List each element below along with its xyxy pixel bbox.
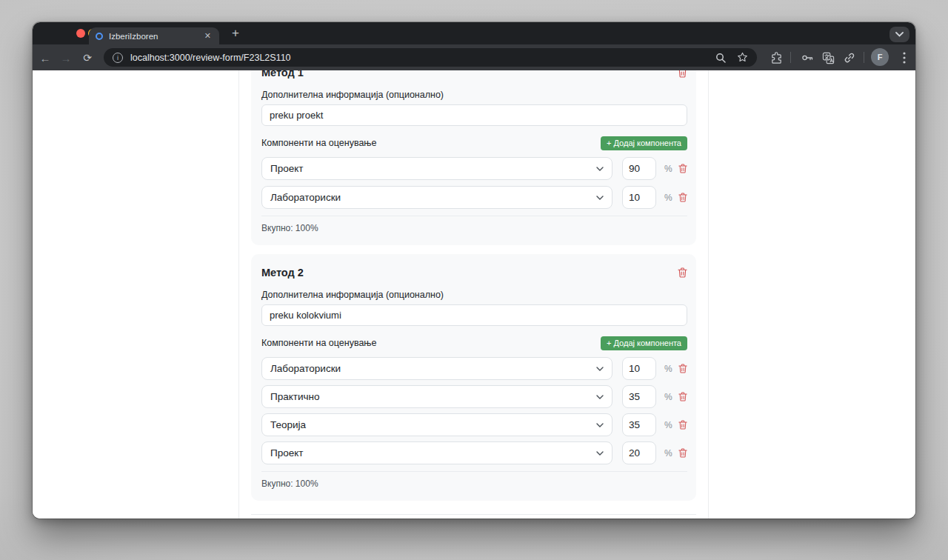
trash-icon	[678, 267, 687, 278]
add-component-button[interactable]: + Додај компонента	[601, 336, 687, 350]
info-input[interactable]	[261, 304, 687, 326]
percent-sign: %	[664, 193, 674, 203]
percent-input[interactable]	[622, 441, 656, 464]
component-row: Проект %	[261, 441, 687, 464]
add-component-button[interactable]: + Додај компонента	[601, 136, 687, 150]
method-title: Метод 2	[261, 267, 304, 279]
close-window-button[interactable]	[76, 29, 85, 38]
toolbar-separator	[790, 52, 791, 63]
component-row: Практично %	[261, 385, 687, 408]
tab-search-chevron-button[interactable]	[889, 27, 909, 42]
profile-avatar[interactable]: F	[871, 48, 889, 66]
component-row: Лабораториски %	[261, 357, 687, 380]
component-row: Лабораториски %	[261, 186, 687, 209]
percent-input[interactable]	[622, 186, 656, 209]
component-row: Теорија %	[261, 413, 687, 436]
tab-favicon-icon	[96, 33, 103, 40]
extensions-icon[interactable]	[768, 50, 784, 66]
percent-input[interactable]	[622, 357, 656, 380]
component-select[interactable]: Теорија	[261, 413, 612, 436]
method-title: Метод 1	[261, 70, 304, 79]
form-container: Метод 1 Дополнителна информација (опцион…	[238, 70, 709, 519]
delete-component-button[interactable]	[678, 193, 687, 202]
total-percent-text: Вкупно: 100%	[261, 223, 687, 233]
percent-sign: %	[664, 420, 674, 430]
translate-icon[interactable]	[820, 50, 836, 66]
info-label: Дополнителна информација (опционално)	[261, 290, 687, 300]
site-info-icon[interactable]: i	[113, 53, 123, 63]
link-icon[interactable]	[841, 50, 858, 66]
components-label: Компоненти на оценување	[261, 138, 376, 148]
chevron-down-icon	[596, 395, 604, 399]
chevron-down-icon	[596, 167, 604, 171]
toolbar-separator	[864, 52, 864, 63]
chevron-down-icon	[596, 451, 604, 456]
component-select-value: Практично	[270, 391, 320, 402]
trash-icon	[678, 420, 687, 430]
percent-sign: %	[664, 448, 674, 459]
component-select[interactable]: Проект	[261, 441, 612, 464]
delete-method-button[interactable]	[678, 70, 687, 78]
bookmark-star-icon[interactable]	[737, 52, 748, 63]
delete-component-button[interactable]	[678, 392, 687, 401]
percent-input[interactable]	[622, 157, 656, 180]
percent-sign: %	[664, 392, 674, 402]
components-label: Компоненти на оценување	[261, 338, 376, 348]
chevron-down-icon	[596, 196, 604, 200]
trash-icon	[678, 193, 687, 202]
reload-button[interactable]: ⟳	[79, 50, 96, 66]
trash-icon	[678, 448, 687, 458]
delete-component-button[interactable]	[678, 364, 687, 373]
browser-toolbar: ← → ⟳ i localhost:3000/review-form/F23L2…	[33, 44, 915, 70]
delete-component-button[interactable]	[678, 448, 687, 458]
component-select[interactable]: Практично	[261, 385, 612, 408]
chevron-down-icon	[596, 367, 604, 371]
chevron-down-icon	[596, 423, 604, 427]
trash-icon	[678, 392, 687, 401]
delete-component-button[interactable]	[678, 420, 687, 430]
method-card-2: Метод 2 Дополнителна информација (опцион…	[251, 254, 696, 501]
percent-input[interactable]	[622, 413, 656, 436]
page-viewport: Метод 1 Дополнителна информација (опцион…	[33, 70, 915, 519]
component-select-value: Проект	[270, 447, 303, 459]
component-select[interactable]: Лабораториски	[261, 357, 612, 380]
search-icon[interactable]	[715, 53, 726, 63]
tab-close-icon[interactable]: ✕	[203, 30, 213, 41]
info-label: Дополнителна информација (опционално)	[261, 90, 687, 100]
browser-window: IzberiIzboren ✕ + ← → ⟳ i localhost:3000…	[33, 22, 915, 519]
component-select-value: Лабораториски	[270, 363, 341, 374]
divider	[261, 471, 687, 472]
tab-strip: IzberiIzboren ✕ +	[33, 22, 915, 44]
new-tab-button[interactable]: +	[227, 25, 244, 41]
component-select-value: Лабораториски	[270, 192, 341, 203]
percent-sign: %	[664, 164, 674, 174]
tab-title: IzberiIzboren	[109, 32, 197, 41]
back-button[interactable]: ←	[37, 50, 53, 66]
trash-icon	[678, 70, 687, 78]
passwords-key-icon[interactable]	[799, 50, 815, 66]
percent-input[interactable]	[622, 385, 656, 408]
footer-divider	[251, 514, 696, 515]
percent-sign: %	[664, 364, 674, 374]
component-select-value: Проект	[270, 163, 303, 174]
address-bar[interactable]: i localhost:3000/review-form/F23L2S110	[104, 48, 757, 67]
forward-button[interactable]: →	[58, 50, 74, 66]
chevron-down-icon	[895, 32, 904, 37]
divider	[261, 216, 687, 216]
menu-kebab-icon[interactable]	[896, 50, 912, 66]
trash-icon	[678, 164, 687, 173]
url-text[interactable]: localhost:3000/review-form/F23L2S110	[130, 53, 715, 63]
delete-method-button[interactable]	[678, 267, 687, 278]
browser-tab[interactable]: IzberiIzboren ✕	[89, 27, 219, 44]
total-percent-text: Вкупно: 100%	[261, 479, 687, 489]
trash-icon	[678, 364, 687, 373]
component-row: Проект %	[261, 157, 687, 180]
component-select[interactable]: Лабораториски	[261, 186, 612, 209]
method-card-1: Метод 1 Дополнителна информација (опцион…	[251, 70, 696, 245]
component-select-value: Теорија	[270, 419, 306, 430]
info-input[interactable]	[261, 104, 687, 126]
delete-component-button[interactable]	[678, 164, 687, 173]
component-select[interactable]: Проект	[261, 157, 612, 180]
